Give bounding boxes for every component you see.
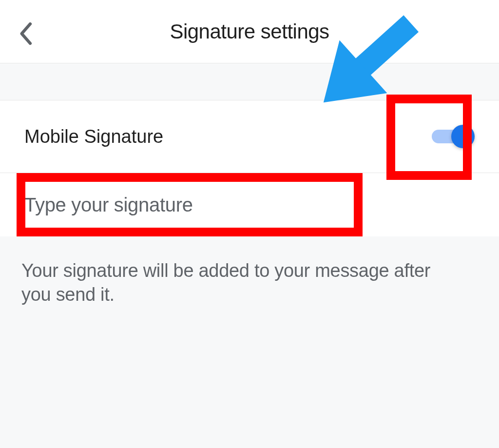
back-button[interactable] bbox=[18, 21, 33, 46]
mobile-signature-row: Mobile Signature bbox=[0, 100, 499, 173]
toggle-thumb bbox=[451, 125, 475, 148]
header: Signature settings bbox=[0, 0, 499, 63]
mobile-signature-toggle[interactable] bbox=[431, 125, 475, 148]
chevron-left-icon bbox=[18, 21, 33, 46]
description-text: Your signature will be added to your mes… bbox=[21, 259, 460, 306]
description-row: Your signature will be added to your mes… bbox=[0, 236, 499, 306]
page-title: Signature settings bbox=[16, 20, 483, 43]
signature-input[interactable] bbox=[24, 194, 475, 216]
mobile-signature-label: Mobile Signature bbox=[24, 126, 163, 147]
signature-input-row bbox=[0, 173, 499, 236]
section-gap bbox=[0, 63, 499, 100]
